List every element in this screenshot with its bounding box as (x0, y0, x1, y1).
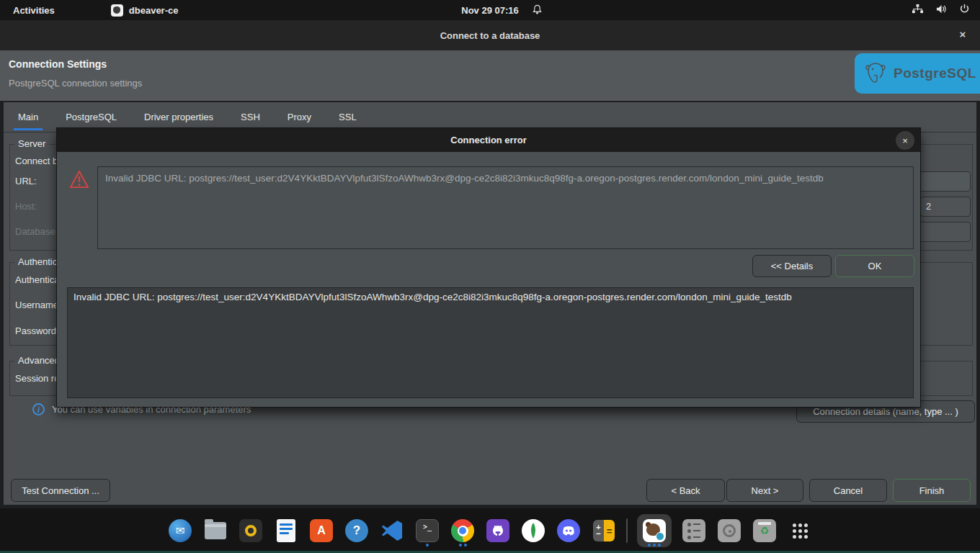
dock-item-thunderbird[interactable]: ✉ (167, 514, 193, 547)
dock-item-app-grid[interactable] (787, 514, 813, 547)
cancel-button[interactable]: Cancel (809, 479, 887, 502)
error-dialog-title: Connection error (450, 135, 526, 145)
info-icon: i (32, 403, 45, 415)
dock-item-mongodb[interactable] (520, 514, 546, 547)
disks-icon (718, 519, 741, 542)
activities-button[interactable]: Activities (13, 5, 55, 16)
host-label: Host: (15, 201, 37, 212)
power-icon[interactable] (959, 4, 970, 17)
error-details-panel[interactable]: Invalid JDBC URL: postgres://test_user:d… (67, 287, 914, 398)
connection-error-dialog: Connection error × Invalid JDBC URL: pos… (56, 127, 921, 408)
dock-item-discord[interactable] (556, 514, 582, 547)
dbeaver-app-icon (111, 4, 123, 17)
files-icon (205, 522, 226, 539)
ok-button[interactable]: OK (835, 255, 914, 277)
help-icon: ? (345, 519, 368, 542)
next-button[interactable]: Next > (726, 479, 803, 502)
dock-item-terminal[interactable]: >_ (414, 514, 440, 547)
dock-item-calculator[interactable]: +−= (591, 514, 617, 547)
dock-item-settings[interactable] (681, 514, 707, 547)
test-connection-button[interactable]: Test Connection ... (11, 479, 110, 502)
postgres-logo-text: PostgreSQL (894, 66, 976, 81)
tab-main[interactable]: Main (14, 109, 43, 130)
volume-icon[interactable] (935, 4, 948, 17)
details-button[interactable]: << Details (752, 255, 832, 277)
network-icon[interactable] (912, 4, 924, 17)
database-label: Database: (15, 226, 58, 237)
focused-app-name: dbeaver-ce (129, 5, 179, 16)
calculator-icon: +−= (593, 520, 615, 541)
error-message-box: Invalid JDBC URL: postgres://test_user:d… (97, 166, 914, 249)
username-label: Username: (15, 300, 61, 310)
software-icon: A (310, 519, 333, 542)
writer-icon (277, 519, 295, 542)
focused-app-menu[interactable]: dbeaver-ce (111, 4, 179, 17)
terminal-icon: >_ (416, 519, 439, 542)
vscode-icon (381, 520, 403, 541)
back-button[interactable]: < Back (646, 479, 725, 502)
app-grid-icon (793, 523, 808, 539)
wizard-header: Connection Settings PostgreSQL connectio… (0, 50, 980, 101)
rhythmbox-icon (239, 519, 262, 542)
thunderbird-icon: ✉ (169, 519, 192, 542)
dock-item-chrome[interactable] (450, 514, 476, 547)
warning-icon (69, 170, 89, 192)
dock-item-dbeaver[interactable] (637, 514, 672, 547)
window-title: Connect to a database (440, 30, 540, 41)
settings-icon (682, 519, 705, 542)
page-subtitle: PostgreSQL connection settings (9, 78, 142, 89)
dock-item-trash[interactable]: ♻ (752, 514, 778, 547)
window-close-icon[interactable]: × (956, 27, 970, 42)
notification-bell-icon[interactable] (532, 4, 543, 17)
discord-icon (557, 519, 580, 542)
github-icon (486, 519, 509, 542)
dock-item-libreoffice-writer[interactable] (273, 514, 299, 547)
dock-item-vscode[interactable] (379, 514, 405, 547)
finish-button[interactable]: Finish (893, 479, 971, 502)
password-label: Password: (15, 325, 59, 336)
postgres-elephant-icon (863, 60, 888, 86)
server-group-label: Server (14, 138, 49, 149)
window-title-bar: Connect to a database × (0, 20, 980, 50)
dock: ✉ A ? >_ +−= ♻ (0, 508, 980, 553)
trash-icon: ♻ (753, 519, 776, 542)
chrome-icon (451, 519, 474, 542)
error-dialog-title-bar: Connection error (57, 128, 920, 152)
port-input[interactable]: 2 (920, 197, 971, 217)
system-top-bar: Activities dbeaver-ce Nov 29 07:16 (0, 0, 980, 20)
error-dialog-close-icon[interactable]: × (896, 131, 914, 150)
page-title: Connection Settings (9, 58, 107, 70)
dock-item-rhythmbox[interactable] (238, 514, 264, 547)
clock-label[interactable]: Nov 29 07:16 (461, 5, 519, 16)
dock-item-files[interactable] (202, 514, 228, 547)
dock-item-disks[interactable] (716, 514, 742, 547)
dock-item-github[interactable] (485, 514, 511, 547)
dock-separator (626, 518, 628, 543)
dock-item-ubuntu-software[interactable]: A (308, 514, 334, 547)
postgresql-logo: PostgreSQL (855, 53, 980, 94)
dock-item-help[interactable]: ? (344, 514, 370, 547)
dbeaver-dock-icon (643, 519, 666, 542)
url-label: URL: (15, 176, 37, 186)
mongodb-icon (522, 519, 545, 542)
